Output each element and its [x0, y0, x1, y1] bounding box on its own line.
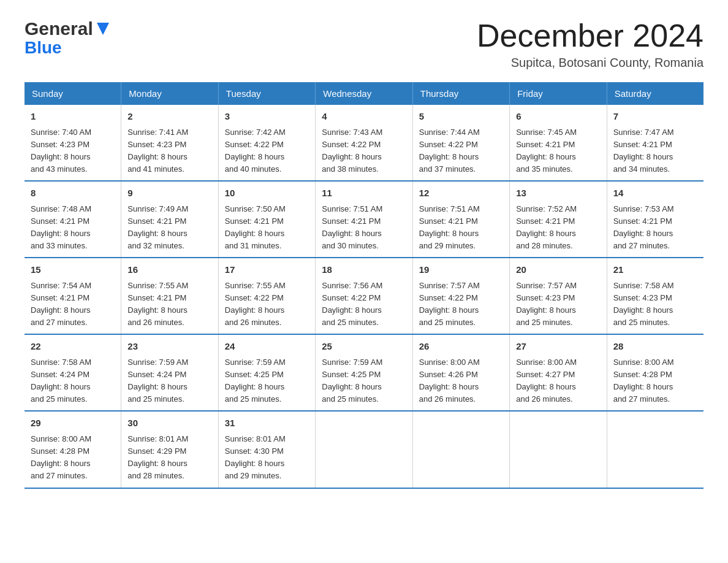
calendar-cell: 24Sunrise: 7:59 AMSunset: 4:25 PMDayligh…: [218, 334, 315, 411]
day-info: Sunrise: 8:01 AMSunset: 4:30 PMDaylight:…: [225, 433, 309, 483]
calendar-cell: [316, 411, 412, 488]
col-header-wednesday: Wednesday: [316, 82, 412, 105]
day-number: 6: [516, 110, 600, 124]
day-info: Sunrise: 7:51 AMSunset: 4:21 PMDaylight:…: [322, 203, 406, 253]
day-info: Sunrise: 7:54 AMSunset: 4:21 PMDaylight:…: [31, 280, 115, 329]
col-header-friday: Friday: [510, 82, 607, 105]
calendar-cell: 22Sunrise: 7:58 AMSunset: 4:24 PMDayligh…: [25, 334, 121, 411]
day-number: 13: [516, 186, 600, 201]
day-info: Sunrise: 7:59 AMSunset: 4:25 PMDaylight:…: [225, 356, 309, 406]
calendar-cell: 31Sunrise: 8:01 AMSunset: 4:30 PMDayligh…: [218, 411, 315, 488]
day-info: Sunrise: 8:01 AMSunset: 4:29 PMDaylight:…: [127, 433, 211, 483]
calendar-cell: 23Sunrise: 7:59 AMSunset: 4:24 PMDayligh…: [121, 334, 218, 411]
day-number: 3: [225, 110, 309, 124]
calendar-cell: 10Sunrise: 7:50 AMSunset: 4:21 PMDayligh…: [218, 181, 315, 258]
day-info: Sunrise: 7:52 AMSunset: 4:21 PMDaylight:…: [516, 203, 600, 253]
calendar-cell: 20Sunrise: 7:57 AMSunset: 4:23 PMDayligh…: [510, 258, 607, 334]
col-header-saturday: Saturday: [607, 82, 703, 105]
calendar-cell: 1Sunrise: 7:40 AMSunset: 4:23 PMDaylight…: [25, 105, 121, 181]
logo: General Blue: [25, 18, 112, 58]
day-number: 18: [322, 263, 406, 277]
day-info: Sunrise: 7:58 AMSunset: 4:24 PMDaylight:…: [31, 356, 115, 406]
calendar-row: 8Sunrise: 7:48 AMSunset: 4:21 PMDaylight…: [25, 181, 703, 258]
day-number: 29: [31, 416, 115, 431]
calendar-cell: 15Sunrise: 7:54 AMSunset: 4:21 PMDayligh…: [25, 258, 121, 334]
calendar-cell: 11Sunrise: 7:51 AMSunset: 4:21 PMDayligh…: [316, 181, 412, 258]
calendar-header-row: SundayMondayTuesdayWednesdayThursdayFrid…: [25, 82, 703, 105]
calendar-cell: 7Sunrise: 7:47 AMSunset: 4:21 PMDaylight…: [607, 105, 703, 181]
calendar-cell: 2Sunrise: 7:41 AMSunset: 4:23 PMDaylight…: [121, 105, 218, 181]
day-info: Sunrise: 7:40 AMSunset: 4:23 PMDaylight:…: [31, 126, 115, 176]
calendar-cell: 27Sunrise: 8:00 AMSunset: 4:27 PMDayligh…: [510, 334, 607, 411]
day-number: 30: [127, 416, 211, 431]
day-number: 23: [127, 340, 211, 354]
calendar-cell: 8Sunrise: 7:48 AMSunset: 4:21 PMDaylight…: [25, 181, 121, 258]
day-number: 28: [613, 340, 697, 354]
day-info: Sunrise: 8:00 AMSunset: 4:28 PMDaylight:…: [31, 433, 115, 483]
calendar-cell: 30Sunrise: 8:01 AMSunset: 4:29 PMDayligh…: [121, 411, 218, 488]
calendar-row: 22Sunrise: 7:58 AMSunset: 4:24 PMDayligh…: [25, 334, 703, 411]
calendar-cell: 5Sunrise: 7:44 AMSunset: 4:22 PMDaylight…: [412, 105, 509, 181]
title-block: December 2024 Supitca, Botosani County, …: [477, 18, 703, 70]
day-info: Sunrise: 7:49 AMSunset: 4:21 PMDaylight:…: [127, 203, 211, 253]
day-number: 19: [419, 263, 503, 277]
day-info: Sunrise: 7:41 AMSunset: 4:23 PMDaylight:…: [127, 126, 211, 176]
day-number: 27: [516, 340, 600, 354]
calendar-cell: 21Sunrise: 7:58 AMSunset: 4:23 PMDayligh…: [607, 258, 703, 334]
day-number: 11: [322, 186, 406, 201]
calendar-cell: 6Sunrise: 7:45 AMSunset: 4:21 PMDaylight…: [510, 105, 607, 181]
svg-marker-0: [97, 23, 109, 35]
calendar-row: 1Sunrise: 7:40 AMSunset: 4:23 PMDaylight…: [25, 105, 703, 181]
calendar-cell: 16Sunrise: 7:55 AMSunset: 4:21 PMDayligh…: [121, 258, 218, 334]
calendar-row: 15Sunrise: 7:54 AMSunset: 4:21 PMDayligh…: [25, 258, 703, 334]
calendar-cell: 18Sunrise: 7:56 AMSunset: 4:22 PMDayligh…: [316, 258, 412, 334]
day-number: 26: [419, 340, 503, 354]
page-title: December 2024: [477, 18, 703, 53]
day-number: 24: [225, 340, 309, 354]
day-number: 15: [31, 263, 115, 277]
day-info: Sunrise: 7:53 AMSunset: 4:21 PMDaylight:…: [613, 203, 697, 253]
calendar-cell: 4Sunrise: 7:43 AMSunset: 4:22 PMDaylight…: [316, 105, 412, 181]
day-number: 14: [613, 186, 697, 201]
calendar-cell: 14Sunrise: 7:53 AMSunset: 4:21 PMDayligh…: [607, 181, 703, 258]
logo-general: General: [25, 18, 93, 39]
day-number: 22: [31, 340, 115, 354]
calendar-cell: 9Sunrise: 7:49 AMSunset: 4:21 PMDaylight…: [121, 181, 218, 258]
calendar-cell: [510, 411, 607, 488]
calendar-table: SundayMondayTuesdayWednesdayThursdayFrid…: [25, 82, 703, 488]
calendar-cell: [607, 411, 703, 488]
day-number: 2: [127, 110, 211, 124]
day-info: Sunrise: 7:43 AMSunset: 4:22 PMDaylight:…: [322, 126, 406, 176]
calendar-cell: 28Sunrise: 8:00 AMSunset: 4:28 PMDayligh…: [607, 334, 703, 411]
calendar-cell: 12Sunrise: 7:51 AMSunset: 4:21 PMDayligh…: [412, 181, 509, 258]
day-info: Sunrise: 7:44 AMSunset: 4:22 PMDaylight:…: [419, 126, 503, 176]
day-info: Sunrise: 7:48 AMSunset: 4:21 PMDaylight:…: [31, 203, 115, 253]
day-info: Sunrise: 7:42 AMSunset: 4:22 PMDaylight:…: [225, 126, 309, 176]
day-number: 20: [516, 263, 600, 277]
calendar-row: 29Sunrise: 8:00 AMSunset: 4:28 PMDayligh…: [25, 411, 703, 488]
day-info: Sunrise: 7:50 AMSunset: 4:21 PMDaylight:…: [225, 203, 309, 253]
day-number: 9: [127, 186, 211, 201]
calendar-cell: [412, 411, 509, 488]
day-info: Sunrise: 7:45 AMSunset: 4:21 PMDaylight:…: [516, 126, 600, 176]
logo-blue: Blue: [25, 38, 62, 58]
day-info: Sunrise: 8:00 AMSunset: 4:27 PMDaylight:…: [516, 356, 600, 406]
day-info: Sunrise: 8:00 AMSunset: 4:26 PMDaylight:…: [419, 356, 503, 406]
day-info: Sunrise: 7:47 AMSunset: 4:21 PMDaylight:…: [613, 126, 697, 176]
day-number: 1: [31, 110, 115, 124]
calendar-cell: 29Sunrise: 8:00 AMSunset: 4:28 PMDayligh…: [25, 411, 121, 488]
day-info: Sunrise: 7:57 AMSunset: 4:23 PMDaylight:…: [516, 280, 600, 329]
day-number: 25: [322, 340, 406, 354]
day-info: Sunrise: 7:59 AMSunset: 4:25 PMDaylight:…: [322, 356, 406, 406]
calendar-cell: 17Sunrise: 7:55 AMSunset: 4:22 PMDayligh…: [218, 258, 315, 334]
day-number: 31: [225, 416, 309, 431]
day-number: 4: [322, 110, 406, 124]
page-header: General Blue December 2024 Supitca, Boto…: [25, 18, 703, 70]
col-header-thursday: Thursday: [412, 82, 509, 105]
col-header-monday: Monday: [121, 82, 218, 105]
day-info: Sunrise: 7:51 AMSunset: 4:21 PMDaylight:…: [419, 203, 503, 253]
day-number: 21: [613, 263, 697, 277]
calendar-cell: 26Sunrise: 8:00 AMSunset: 4:26 PMDayligh…: [412, 334, 509, 411]
day-info: Sunrise: 7:56 AMSunset: 4:22 PMDaylight:…: [322, 280, 406, 329]
calendar-cell: 19Sunrise: 7:57 AMSunset: 4:22 PMDayligh…: [412, 258, 509, 334]
